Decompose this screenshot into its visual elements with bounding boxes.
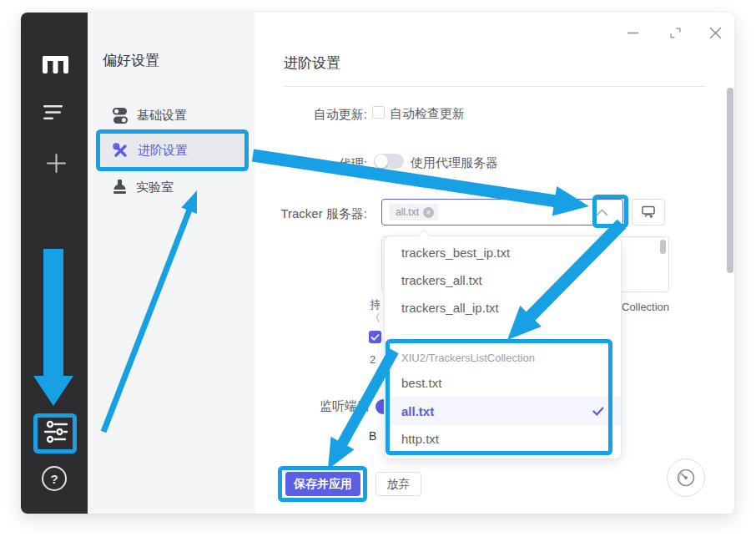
title-divider — [284, 86, 705, 87]
option-label: http.txt — [401, 432, 439, 446]
help-icon[interactable]: ? — [42, 466, 67, 491]
motrix-logo — [43, 56, 68, 73]
main-scrollbar[interactable] — [727, 88, 733, 273]
proxy-label: 代理: — [339, 156, 367, 172]
screenshot-canvas: ? 偏好设置 基础设置 — [0, 0, 756, 537]
help-glyph: ? — [50, 472, 58, 486]
proxy-toggle[interactable] — [374, 154, 404, 169]
tracker-tag: all.txt × — [389, 204, 438, 220]
sidebar-item-lab[interactable]: 实验室 — [100, 170, 245, 204]
sync-trackers-icon — [641, 205, 656, 219]
task-list-icon[interactable] — [43, 105, 64, 121]
minimize-icon — [627, 32, 638, 34]
page-title: 进阶设置 — [284, 53, 340, 73]
window-maximize-button[interactable] — [667, 24, 683, 41]
dropdown-group-label: XIU2/TrackersListCollection — [385, 346, 621, 369]
dropdown-option[interactable]: http.txt — [385, 425, 621, 453]
sidebar-item-label: 基础设置 — [137, 108, 187, 124]
save-and-apply-button[interactable]: 保存并应用 — [285, 472, 360, 496]
option-label: trackers_all_ip.txt — [401, 301, 499, 315]
speedometer-icon — [675, 467, 697, 489]
sync-trackers-button[interactable] — [632, 199, 665, 225]
tag-close-icon[interactable]: × — [423, 207, 434, 218]
auto-update-label: 自动更新: — [314, 107, 367, 123]
textarea-scrollbar[interactable] — [660, 240, 666, 254]
letter-fragment: B — [369, 429, 376, 443]
lab-stamp-icon — [113, 180, 127, 195]
listen-port-label: 监听端口 — [320, 398, 370, 414]
selected-check-icon — [592, 407, 604, 416]
dropdown-option[interactable]: trackers_best_ip.txt — [385, 239, 621, 266]
window-close-button[interactable] — [707, 24, 723, 41]
sidebar-item-label: 实验室 — [136, 180, 174, 195]
sidebar-item-advanced-settings[interactable]: 进阶设置 — [100, 134, 245, 167]
option-label: best.txt — [401, 376, 441, 390]
tracker-dropdown: trackers_best_ip.txt trackers_all.txt tr… — [384, 236, 622, 459]
dropdown-option[interactable]: trackers_all_ip.txt — [385, 294, 621, 322]
toggles-icon — [113, 108, 128, 124]
tracker-tag-label: all.txt — [396, 206, 419, 218]
chevron-up-icon[interactable] — [596, 209, 608, 216]
tools-icon — [113, 143, 129, 159]
dropdown-option[interactable]: trackers_all.txt — [385, 266, 621, 294]
sync-checkbox-fragment[interactable] — [369, 331, 381, 343]
add-task-icon[interactable] — [47, 154, 66, 173]
app-sidebar: ? — [21, 13, 88, 514]
window-minimize-button[interactable] — [624, 24, 641, 41]
tracker-select-input[interactable]: all.txt × — [381, 199, 623, 225]
sidebar-item-label: 进阶设置 — [138, 143, 188, 159]
description-tail-text: Collection — [622, 301, 669, 313]
auto-update-checkbox-label: 自动检查更新 — [390, 106, 465, 122]
sidebar-item-basic-settings[interactable]: 基础设置 — [100, 99, 245, 132]
option-label: all.txt — [401, 404, 434, 418]
auto-update-checkbox[interactable] — [372, 106, 385, 119]
dropdown-option[interactable]: best.txt — [385, 369, 621, 397]
check-icon — [369, 331, 381, 343]
option-label: trackers_all.txt — [401, 273, 482, 287]
proxy-toggle-label: 使用代理服务器 — [411, 155, 498, 171]
description-fragment-2: 〈 — [370, 311, 380, 326]
preferences-title: 偏好设置 — [103, 51, 159, 70]
preferences-sliders-icon[interactable] — [43, 419, 68, 444]
interval-fragment: 2 — [370, 353, 375, 366]
speed-limit-button[interactable] — [667, 458, 705, 497]
dropdown-option-selected[interactable]: all.txt — [385, 397, 621, 425]
app-window: ? 偏好设置 基础设置 — [21, 13, 734, 514]
dropdown-divider — [401, 334, 604, 335]
tracker-label: Tracker 服务器: — [280, 206, 367, 222]
discard-button[interactable]: 放弃 — [375, 472, 421, 496]
maximize-icon — [669, 27, 682, 39]
toggle-knob — [375, 155, 388, 168]
close-icon — [709, 27, 722, 39]
option-label: trackers_best_ip.txt — [401, 246, 510, 260]
preferences-sidebar: 偏好设置 基础设置 进阶设置 — [88, 13, 255, 514]
